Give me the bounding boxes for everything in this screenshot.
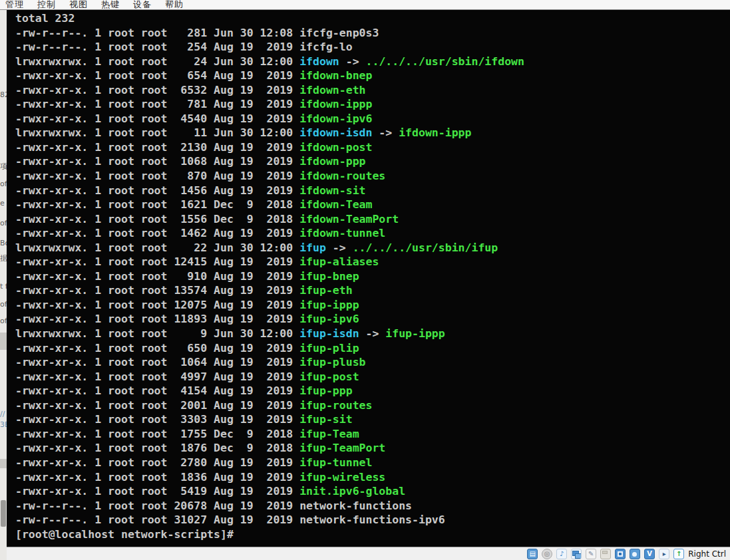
background-text-fragment: 据 [0, 253, 7, 263]
vm-menubar: 管理控制视图热键设备帮助 [0, 0, 730, 10]
terminal-line: -rwxr-xr-x. 1 root root 2130 Aug 19 2019… [15, 140, 730, 155]
terminal-line: -rwxr-xr-x. 1 root root 4154 Aug 19 2019… [15, 384, 730, 398]
filename: ifdown-sit [299, 184, 365, 197]
terminal-line: -rwxr-xr-x. 1 root root 1836 Aug 19 2019… [15, 470, 730, 485]
menu-item-0[interactable]: 管理 [5, 0, 24, 10]
terminal-line: total 232 [15, 11, 730, 26]
filename: ifup-aliases [299, 255, 379, 268]
background-text-fragment: of [0, 219, 7, 227]
terminal-line: -rw-r--r--. 1 root root 281 Jun 30 12:08… [15, 26, 730, 41]
usb-icon[interactable]: ✎ [586, 549, 596, 559]
optical-disk-icon[interactable]: ◎ [542, 549, 552, 559]
symlink-target: ifdown-ippp [399, 126, 471, 139]
menu-item-1[interactable]: 控制 [37, 0, 56, 10]
terminal-line: -rwxr-xr-x. 1 root root 1876 Dec 9 2018 … [15, 441, 730, 456]
terminal-line: -rwxr-xr-x. 1 root root 1755 Dec 9 2018 … [15, 427, 730, 442]
terminal-line: lrwxrwxrwx. 1 root root 22 Jun 30 12:00 … [15, 241, 730, 255]
terminal-line: -rw-r--r--. 1 root root 254 Aug 19 2019 … [15, 40, 730, 55]
terminal-line: -rwxr-xr-x. 1 root root 5419 Aug 19 2019… [15, 484, 730, 499]
menu-item-2[interactable]: 视图 [69, 0, 88, 10]
terminal-line: -rwxr-xr-x. 1 root root 1556 Dec 9 2018 … [15, 212, 730, 227]
recording-icon[interactable] [630, 549, 640, 559]
terminal-line: -rwxr-xr-x. 1 root root 910 Aug 19 2019 … [15, 269, 730, 284]
terminal-line: -rwxr-xr-x. 1 root root 12415 Aug 19 201… [15, 255, 730, 269]
filename: ifdown-Team [299, 198, 372, 211]
filename: ifup-routes [299, 399, 372, 412]
background-text-fragment: of [0, 180, 7, 188]
filename: ifup [299, 241, 326, 254]
menu-item-3[interactable]: 热键 [101, 0, 120, 10]
filename: ifdown-post [299, 141, 372, 154]
filename: ifdown [299, 55, 339, 68]
filename: ifup-eth [299, 284, 352, 297]
filename: ifdown-TeamPort [299, 213, 399, 225]
background-text-fragment: e [0, 199, 5, 208]
terminal-line: -rwxr-xr-x. 1 root root 11893 Aug 19 201… [15, 312, 730, 327]
background-window-sliver: 82项ofeofBo据t fofof//3E [0, 9, 7, 560]
filename: ifup-bnep [299, 270, 359, 283]
vm-statusbar: ▤◎♪✎V▸↑Right Ctrl [7, 547, 730, 560]
menu-item-4[interactable]: 设备 [133, 0, 152, 10]
filename: ifup-ipv6 [299, 313, 359, 325]
background-text-fragment: t f [0, 282, 7, 291]
filename: ifdown-bnep [299, 69, 372, 82]
background-text-fragment: 3E [0, 420, 7, 429]
terminal-line: -rwxr-xr-x. 1 root root 3303 Aug 19 2019… [15, 412, 730, 427]
terminal-line: -rwxr-xr-x. 1 root root 1064 Aug 19 2019… [15, 355, 730, 370]
features-icon[interactable]: V [644, 549, 655, 559]
terminal-line: lrwxrwxrwx. 1 root root 9 Jun 30 12:00 i… [15, 327, 730, 341]
terminal-line: -rwxr-xr-x. 1 root root 2001 Aug 19 2019… [15, 398, 730, 413]
terminal-line: -rwxr-xr-x. 1 root root 781 Aug 19 2019 … [15, 97, 730, 112]
filename: network-functions [299, 499, 412, 512]
filename: ifup-tunnel [299, 456, 372, 469]
filename: init.ipv6-global [299, 485, 405, 497]
terminal-line: -rwxr-xr-x. 1 root root 12075 Aug 19 201… [15, 298, 730, 313]
filename: ifup-plip [299, 342, 359, 354]
terminal-output: total 232-rw-r--r--. 1 root root 281 Jun… [15, 11, 730, 541]
terminal-prompt: [root@localhost network-scripts]# [15, 527, 730, 542]
filename: ifup-ppp [299, 384, 352, 397]
display-icon[interactable] [615, 549, 626, 559]
symlink-target: ../../../usr/sbin/ifdown [366, 55, 524, 68]
filename: ifdown-ippp [299, 98, 372, 110]
filename: ifup-Team [299, 428, 359, 440]
network-icon[interactable] [571, 549, 582, 559]
terminal-line: -rwxr-xr-x. 1 root root 1621 Dec 9 2018 … [15, 198, 730, 212]
terminal-line: -rwxr-xr-x. 1 root root 2780 Aug 19 2019… [15, 456, 730, 470]
symlink-target: ../../../usr/sbin/ifup [353, 241, 498, 254]
background-text-fragment: // [0, 410, 5, 418]
filename: ifup-sit [299, 413, 352, 426]
filename: ifup-ippp [299, 299, 359, 311]
terminal[interactable]: total 232-rw-r--r--. 1 root root 281 Jun… [7, 9, 730, 547]
symlink-target: ifup-ippp [385, 327, 445, 340]
background-scrollbar-thumb [1, 500, 6, 527]
filename: ifdown-eth [299, 84, 365, 96]
filename: ifcfg-enp0s3 [299, 27, 379, 39]
background-text-fragment: 项 [0, 162, 7, 172]
shared-folders-icon[interactable] [600, 549, 611, 559]
filename: ifdown-ppp [299, 155, 365, 168]
terminal-line: -rwxr-xr-x. 1 root root 1068 Aug 19 2019… [15, 154, 730, 169]
background-text-fragment: of [0, 317, 7, 325]
host-key-icon[interactable]: ↑ [673, 549, 684, 559]
terminal-line: -rwxr-xr-x. 1 root root 650 Aug 19 2019 … [15, 341, 730, 356]
filename: ifdown-tunnel [299, 227, 385, 239]
terminal-line: -rwxr-xr-x. 1 root root 870 Aug 19 2019 … [15, 169, 730, 184]
menu-item-5[interactable]: 帮助 [165, 0, 184, 10]
audio-icon[interactable]: ♪ [556, 549, 567, 559]
terminal-line: -rwxr-xr-x. 1 root root 13574 Aug 19 201… [15, 283, 730, 298]
terminal-line: -rwxr-xr-x. 1 root root 654 Aug 19 2019 … [15, 69, 730, 83]
filename: ifup-post [299, 370, 359, 383]
hard-disk-icon[interactable]: ▤ [527, 549, 538, 559]
background-text-fragment: Bo [0, 239, 7, 247]
filename: network-functions-ipv6 [299, 513, 445, 526]
terminal-line: -rwxr-xr-x. 1 root root 4540 Aug 19 2019… [15, 112, 730, 126]
terminal-line: lrwxrwxrwx. 1 root root 11 Jun 30 12:00 … [15, 126, 730, 140]
sliver-block [0, 333, 7, 350]
mouse-integration-icon[interactable]: ▸ [659, 549, 669, 559]
terminal-line: -rwxr-xr-x. 1 root root 4997 Aug 19 2019… [15, 370, 730, 384]
terminal-line: lrwxrwxrwx. 1 root root 24 Jun 30 12:00 … [15, 55, 730, 69]
filename: ifdown-isdn [299, 126, 372, 139]
filename: ifup-wireless [299, 471, 385, 484]
background-text-fragment: of [0, 300, 7, 309]
